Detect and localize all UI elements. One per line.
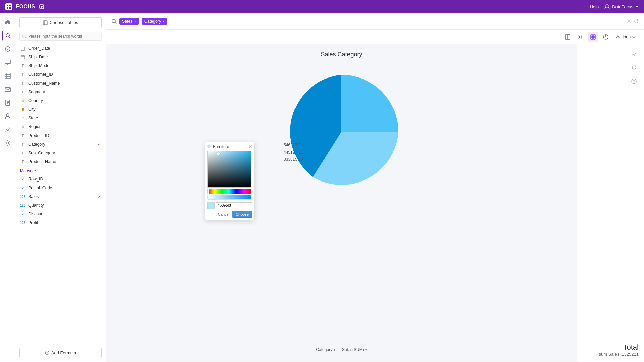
field-city[interactable]: ⊕ City <box>17 105 104 114</box>
sidebar-person-button[interactable] <box>2 111 13 121</box>
date-icon <box>20 54 25 60</box>
field-customer-name[interactable]: T Customer_Name <box>17 79 104 88</box>
field-quantity[interactable]: 123 Quantity <box>17 201 104 210</box>
field-state[interactable]: ⊕ State <box>17 114 104 122</box>
axis-chip-sales[interactable]: Sales(SUM) ▾ <box>342 347 367 352</box>
field-name: Region <box>28 124 42 129</box>
tag-category[interactable]: Category × <box>142 18 167 25</box>
cp-label-dot <box>207 145 211 148</box>
sidebar-table-button[interactable] <box>2 70 13 81</box>
tag-close-icon[interactable]: × <box>162 19 164 23</box>
num-icon: 123 <box>20 211 25 217</box>
search-bar-input[interactable] <box>170 19 624 24</box>
num-icon: 123 <box>20 185 25 191</box>
num-icon: 123 <box>20 220 25 225</box>
cp-close-button[interactable]: ✕ <box>248 144 252 149</box>
sidebar-search-button[interactable] <box>2 30 13 41</box>
actions-button[interactable]: Actions <box>613 33 639 41</box>
field-search-container <box>19 32 102 41</box>
field-discount[interactable]: 123 Discount <box>17 210 104 218</box>
field-ship-mode[interactable]: T Ship_Mode <box>17 61 104 70</box>
num-icon: 123 <box>20 203 25 208</box>
right-help-button[interactable]: ? <box>629 76 639 86</box>
sidebar-analytics-button[interactable] <box>2 124 13 135</box>
field-segment[interactable]: T Segment <box>17 88 104 96</box>
cp-label-text: Furniture <box>213 144 229 149</box>
field-customer-id[interactable]: T Customer_ID <box>17 70 104 79</box>
tag-sales[interactable]: Sales × <box>119 18 139 25</box>
svg-rect-2 <box>7 7 8 9</box>
svg-point-42 <box>112 19 115 23</box>
field-country[interactable]: ⊕ Country <box>17 96 104 105</box>
add-formula-label: Add Formula <box>51 350 76 355</box>
field-ship-date[interactable]: Ship_Date <box>17 53 104 61</box>
right-line-chart-button[interactable] <box>629 50 639 59</box>
field-search-input[interactable] <box>28 34 99 39</box>
cp-choose-button[interactable]: Choose <box>232 211 252 218</box>
field-product-id[interactable]: T Product_ID <box>17 131 104 140</box>
cp-hex-input[interactable] <box>216 202 252 208</box>
geo-icon: ⊕ <box>20 124 25 130</box>
settings-gear-button[interactable] <box>575 32 585 42</box>
search-clear-button[interactable] <box>627 19 631 24</box>
cp-hue-bar[interactable] <box>207 189 251 194</box>
date-icon <box>20 46 25 51</box>
choose-tables-button[interactable]: Choose Tables <box>19 17 102 28</box>
pie-slice-technology[interactable] <box>341 75 398 132</box>
field-name: Country <box>28 98 43 103</box>
tag-close-icon[interactable]: × <box>134 19 136 23</box>
num-icon: 123 <box>20 194 25 199</box>
field-name: Sales <box>28 194 39 199</box>
text-icon: T <box>20 159 25 164</box>
axis-chip-category[interactable]: Category ▾ <box>316 347 335 352</box>
value-office: 333815.70 <box>284 156 303 163</box>
top-nav: FOCUS Help DataFocus <box>0 0 644 13</box>
search-refresh-button[interactable] <box>634 19 639 24</box>
field-name: Product_ID <box>28 133 49 138</box>
field-name: Ship_Mode <box>28 63 49 68</box>
svg-rect-51 <box>593 35 595 37</box>
sidebar-orders-button[interactable] <box>2 97 13 108</box>
field-postal-code[interactable]: 123 Postal_Code <box>17 184 104 192</box>
field-name: Discount <box>28 212 45 216</box>
icon-sidebar: ? <box>0 13 15 362</box>
field-region[interactable]: ⊕ Region <box>17 122 104 131</box>
field-name: Customer_Name <box>28 81 60 86</box>
search-button[interactable] <box>111 19 117 24</box>
new-tab-button[interactable] <box>39 4 44 9</box>
field-row-id[interactable]: 123 Row_ID <box>17 175 104 184</box>
grid-view-button[interactable] <box>588 32 598 42</box>
sidebar-monitor-button[interactable] <box>2 57 13 68</box>
cp-gradient-canvas[interactable] <box>207 151 251 188</box>
add-formula-button[interactable]: Add Formula <box>19 348 102 358</box>
field-order-date[interactable]: Order_Date <box>17 44 104 53</box>
pie-chart <box>274 65 409 199</box>
sidebar-settings-button[interactable] <box>2 138 13 148</box>
field-product-name[interactable]: T Product_Name <box>17 157 104 166</box>
field-sub-category[interactable]: T Sub_Category <box>17 149 104 157</box>
value-tech: 546277.54 <box>284 142 303 149</box>
svg-rect-53 <box>593 37 595 39</box>
sidebar-inbox-button[interactable] <box>2 84 13 95</box>
nav-left: FOCUS <box>5 3 44 10</box>
cp-opacity-bar[interactable] <box>207 195 251 200</box>
sidebar-question-button[interactable]: ? <box>2 44 13 54</box>
layout-icon-button[interactable] <box>562 32 573 42</box>
field-sales[interactable]: 123 Sales ✓ <box>17 192 104 201</box>
help-button[interactable]: Help <box>590 4 599 9</box>
cp-picker-dot <box>217 152 220 155</box>
right-refresh-button[interactable] <box>629 63 639 72</box>
pie-chart-button[interactable] <box>601 32 611 42</box>
svg-rect-31 <box>21 47 25 50</box>
svg-point-8 <box>6 34 9 37</box>
sidebar-home-button[interactable] <box>2 17 13 28</box>
user-badge: DataFocus <box>604 4 639 10</box>
username: DataFocus <box>612 4 633 9</box>
svg-text:?: ? <box>7 47 9 51</box>
tag-label: Category <box>144 19 161 24</box>
text-icon: T <box>20 142 25 147</box>
field-category[interactable]: T Category ✓ <box>17 140 104 149</box>
chevron-down-icon: ▾ <box>334 348 335 352</box>
field-profit[interactable]: 123 Profit <box>17 218 104 227</box>
cp-cancel-button[interactable]: Cancel <box>217 211 231 218</box>
